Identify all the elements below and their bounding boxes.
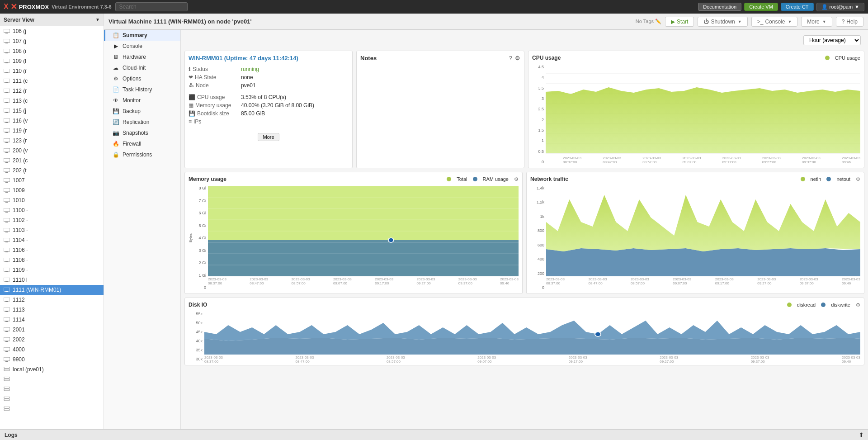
sidebar-item-1100[interactable]: 1100 · xyxy=(0,205,104,215)
sidebar-item-1106[interactable]: 1106 · xyxy=(0,245,104,255)
network-chart-options[interactable]: ⚙ xyxy=(856,176,860,182)
cpu-chart-card: CPU usage CPU usage 4.543.532.521.510.50 xyxy=(528,51,864,168)
notes-edit-icon[interactable]: ⚙ xyxy=(515,55,520,62)
search-input[interactable] xyxy=(115,2,188,11)
memory-label: ▦ Memory usage xyxy=(189,102,238,109)
sidebar-item-110[interactable]: 110 (r xyxy=(0,66,104,76)
cloud-init-icon: ☁ xyxy=(113,65,119,71)
sidebar-item-201[interactable]: 201 (c xyxy=(0,156,104,166)
sidebar-item-1114[interactable]: 1114 xyxy=(0,315,104,325)
sidebar-item-4000[interactable]: 4000 xyxy=(0,345,104,355)
sidebar-item-200[interactable]: 200 (v xyxy=(0,146,104,156)
user-menu[interactable]: 👤 root@pam ▼ xyxy=(816,3,864,11)
create-vm-button[interactable]: Create VM xyxy=(744,3,778,11)
memory-x-label: 2023-03-03 09:17:00 xyxy=(375,277,393,285)
sidebar-item-s1[interactable] xyxy=(0,374,104,384)
svg-rect-60 xyxy=(4,327,10,331)
documentation-button[interactable]: Documentation xyxy=(698,3,741,11)
sidebar-item-113[interactable]: 113 (c xyxy=(0,96,104,106)
diskio-chart-container: 55k50k45k40k35k30k 20 xyxy=(189,312,860,361)
sidebar-item-119[interactable]: 119 (r xyxy=(0,126,104,136)
ha-state-label: ❤ HA State xyxy=(189,74,238,80)
sidebar-item-111[interactable]: 111 (c xyxy=(0,76,104,86)
bootdisk-value: 85.00 GiB xyxy=(241,110,265,117)
svg-rect-31 xyxy=(5,182,8,183)
logs-expand-icon[interactable]: ⬆ xyxy=(859,432,863,438)
sub-nav-item-monitor[interactable]: 👁Monitor xyxy=(104,95,180,106)
sidebar-item-108[interactable]: 108 (r xyxy=(0,46,104,56)
sub-nav-item-console[interactable]: ▶Console xyxy=(104,41,180,52)
sidebar-item-s4[interactable] xyxy=(0,404,104,414)
sub-nav-item-task-history[interactable]: 📄Task History xyxy=(104,84,180,95)
sidebar-item-label: 110 (r xyxy=(13,68,27,74)
cpu-y-label: 3 xyxy=(542,96,544,101)
sidebar-item-1113[interactable]: 1113 xyxy=(0,305,104,315)
more-button[interactable]: More ▼ xyxy=(801,17,832,27)
svg-rect-34 xyxy=(4,198,10,202)
sub-nav-item-options[interactable]: ⚙Options xyxy=(104,73,180,84)
svg-rect-80 xyxy=(4,397,9,398)
vm-icon xyxy=(4,99,10,103)
sidebar-item-1009[interactable]: 1009 xyxy=(0,185,104,195)
sidebar-item-123[interactable]: 123 (r xyxy=(0,136,104,146)
edit-tags-icon[interactable]: ✏️ xyxy=(655,19,661,24)
sidebar-item-s3[interactable] xyxy=(0,394,104,404)
sidebar-item-202[interactable]: 202 (t xyxy=(0,166,104,175)
sidebar-item-107[interactable]: 107 (j xyxy=(0,36,104,46)
diskio-x-label: 2023-03-03 08:47:00 xyxy=(295,355,314,364)
sub-nav-item-replication[interactable]: 🔄Replication xyxy=(104,117,180,128)
sidebar-item-1108[interactable]: 1108 · xyxy=(0,255,104,265)
cpu-x-label: 2023-03-03 09:17:00 xyxy=(722,156,741,164)
console-button[interactable]: >_ Console ▼ xyxy=(751,17,798,27)
diskio-chart-legend: diskread diskwrite ⚙ xyxy=(787,302,860,308)
sidebar-item-1010[interactable]: 1010 xyxy=(0,195,104,205)
sidebar-item-106[interactable]: 106 (j xyxy=(0,26,104,36)
memory-chart-options[interactable]: ⚙ xyxy=(514,176,519,182)
sub-nav: 📋Summary▶Console🖥Hardware☁Cloud-Init⚙Opt… xyxy=(104,30,181,429)
notes-help-icon[interactable]: ? xyxy=(509,55,512,62)
sidebar-item-1111[interactable]: 1111 (WIN-RMM01) xyxy=(0,285,104,295)
sub-nav-item-backup[interactable]: 💾Backup xyxy=(104,106,180,117)
sidebar-item-1112[interactable]: 1112 xyxy=(0,295,104,305)
start-button[interactable]: ▶ Start xyxy=(665,17,694,27)
sidebar-item-1109[interactable]: 1109 · xyxy=(0,265,104,275)
sidebar: Server View ▼ 106 (j107 (j108 (r109 (l11… xyxy=(0,14,104,429)
svg-rect-61 xyxy=(5,331,8,332)
status-row: ℹ Status running xyxy=(189,65,349,73)
sidebar-item-label: 1007 xyxy=(13,177,25,184)
help-button[interactable]: ? Help xyxy=(836,17,863,27)
sidebar-item-2002[interactable]: 2002 xyxy=(0,335,104,345)
network-y-label: 400 xyxy=(538,257,544,261)
sub-nav-item-cloud-init[interactable]: ☁Cloud-Init xyxy=(104,62,180,73)
sub-nav-item-snapshots[interactable]: 📷Snapshots xyxy=(104,128,180,138)
sidebar-item-112[interactable]: 112 (r xyxy=(0,86,104,96)
diskio-chart-options[interactable]: ⚙ xyxy=(856,302,860,308)
topbar-search[interactable] xyxy=(115,2,188,11)
svg-rect-39 xyxy=(5,222,8,222)
sub-nav-item-firewall[interactable]: 🔥Firewall xyxy=(104,138,180,149)
vm-icon xyxy=(4,128,10,133)
sidebar-item-1104[interactable]: 1104 · xyxy=(0,235,104,245)
sidebar-item-1110[interactable]: 1110 l xyxy=(0,275,104,285)
create-ct-button[interactable]: Create CT xyxy=(781,3,814,11)
sidebar-item-115[interactable]: 115 (j xyxy=(0,106,104,116)
monitor-icon: 👁 xyxy=(113,97,119,104)
sidebar-item-9900[interactable]: 9900 xyxy=(0,355,104,364)
sidebar-item-109[interactable]: 109 (l xyxy=(0,56,104,66)
sidebar-item-label: 1010 xyxy=(13,197,25,203)
network-y-label: 1k xyxy=(540,214,544,219)
more-info-button[interactable]: More xyxy=(258,133,279,141)
time-select[interactable]: Hour (average)Day (average)Week (average… xyxy=(803,35,861,45)
sidebar-item-s2[interactable] xyxy=(0,384,104,394)
sidebar-item-1103[interactable]: 1103 · xyxy=(0,225,104,235)
sidebar-item-1007[interactable]: 1007 xyxy=(0,175,104,185)
sub-nav-item-permissions[interactable]: 🔒Permissions xyxy=(104,149,180,160)
sidebar-item-1102[interactable]: 1102 · xyxy=(0,215,104,225)
sidebar-item-116[interactable]: 116 (v xyxy=(0,116,104,126)
sub-nav-item-hardware[interactable]: 🖥Hardware xyxy=(104,52,180,62)
shutdown-button[interactable]: ⏻ Shutdown ▼ xyxy=(698,17,747,27)
sub-nav-item-summary[interactable]: 📋Summary xyxy=(104,30,180,41)
diskio-read-label: diskread xyxy=(797,302,816,308)
sidebar-item-local-pve01[interactable]: local (pve01) xyxy=(0,364,104,374)
sidebar-item-2001[interactable]: 2001 xyxy=(0,325,104,335)
